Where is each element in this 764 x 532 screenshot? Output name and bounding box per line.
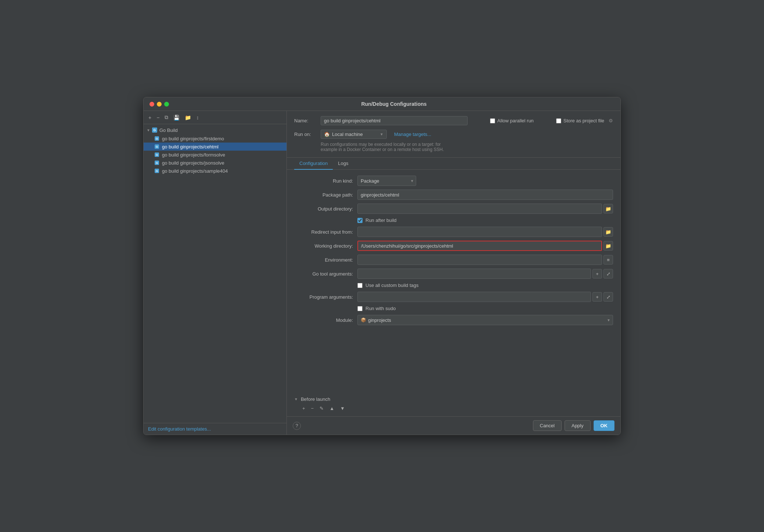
- allow-parallel-checkbox[interactable]: [490, 118, 495, 123]
- title-bar: Run/Debug Configurations: [144, 97, 620, 111]
- folder-config-button[interactable]: 📁: [183, 114, 193, 122]
- before-launch-remove-button[interactable]: −: [309, 405, 316, 412]
- output-directory-input[interactable]: [357, 204, 602, 214]
- sidebar-footer: Edit configuration templates...: [144, 423, 286, 435]
- output-directory-browse-button[interactable]: 📁: [603, 204, 613, 213]
- sidebar-item-formsolve[interactable]: G go build ginprojects/formsolve: [144, 151, 286, 159]
- before-launch-down-button[interactable]: ▼: [338, 405, 347, 412]
- gear-icon[interactable]: ⚙: [609, 118, 613, 123]
- redirect-input-label: Redirect input from:: [294, 229, 353, 235]
- run-kind-select[interactable]: Package File Directory: [357, 176, 416, 186]
- run-with-sudo-label[interactable]: Run with sudo: [365, 306, 396, 311]
- go-tool-args-label: Go tool arguments:: [294, 271, 353, 277]
- before-launch-toolbar: + − ✎ ▲ ▼: [300, 405, 613, 412]
- store-as-project-label[interactable]: Store as project file: [556, 118, 604, 123]
- cancel-button[interactable]: Cancel: [533, 420, 562, 431]
- redirect-input-field[interactable]: [357, 227, 602, 237]
- output-directory-wrapper: 📁: [357, 204, 613, 214]
- sidebar-item-jsonsolve[interactable]: G go build ginprojects/jsonsolve: [144, 159, 286, 167]
- go-tool-args-row: Go tool arguments: + ⤢: [294, 269, 613, 279]
- before-launch-collapse-icon: ▼: [294, 397, 298, 401]
- run-kind-label: Run kind:: [294, 178, 353, 184]
- redirect-input-browse-button[interactable]: 📁: [603, 227, 613, 237]
- program-arguments-add-button[interactable]: +: [592, 292, 602, 302]
- output-directory-row: Output directory: 📁: [294, 204, 613, 214]
- run-on-select[interactable]: 🏠 Local machine ▼: [321, 130, 387, 139]
- working-directory-row: Working directory: 📁: [294, 241, 613, 251]
- sidebar: + − ⧉ 💾 📁 ↕ ▼ G Go Build: [144, 111, 287, 435]
- tab-logs[interactable]: Logs: [333, 158, 353, 170]
- environment-edit-button[interactable]: ≡: [603, 255, 613, 265]
- environment-input[interactable]: [357, 255, 602, 265]
- apply-button[interactable]: Apply: [565, 420, 591, 431]
- name-input[interactable]: [321, 116, 468, 125]
- go-tool-args-input[interactable]: [357, 269, 591, 279]
- before-launch-up-button[interactable]: ▲: [327, 405, 336, 412]
- program-arguments-label: Program arguments:: [294, 294, 353, 300]
- run-on-description: Run configurations may be executed local…: [321, 142, 613, 152]
- go-tool-args-wrapper: + ⤢: [357, 269, 613, 279]
- sidebar-tree: ▼ G Go Build G go build ginprojects/firs…: [144, 124, 286, 423]
- package-path-row: Package path:: [294, 190, 613, 200]
- bottom-right: Cancel Apply OK: [533, 420, 615, 431]
- save-config-button[interactable]: 💾: [172, 114, 181, 122]
- sort-config-button[interactable]: ↕: [194, 114, 201, 122]
- allow-parallel-label[interactable]: Allow parallel run: [490, 118, 534, 123]
- working-directory-input[interactable]: [357, 241, 602, 251]
- program-arguments-input[interactable]: [357, 292, 591, 302]
- module-icon: 📦: [361, 317, 366, 323]
- run-after-build-row: Run after build: [357, 218, 613, 223]
- working-directory-browse-button[interactable]: 📁: [603, 241, 613, 251]
- go-tool-args-expand-button[interactable]: ⤢: [603, 269, 613, 278]
- dialog-title: Run/Debug Configurations: [173, 101, 615, 107]
- sidebar-item-cehtml[interactable]: G go build ginprojects/cehtml: [144, 143, 286, 151]
- minimize-button[interactable]: [157, 102, 162, 107]
- help-button[interactable]: ?: [293, 422, 301, 430]
- group-label: Go Build: [159, 127, 178, 133]
- config-icon-firstdemo: G: [154, 136, 160, 141]
- before-launch-edit-button[interactable]: ✎: [317, 405, 326, 412]
- custom-build-tags-label[interactable]: Use all custom build tags: [365, 283, 419, 288]
- working-directory-wrapper: 📁: [357, 241, 613, 251]
- program-arguments-expand-button[interactable]: ⤢: [603, 292, 613, 302]
- tabs-bar: Configuration Logs: [287, 158, 620, 170]
- close-button[interactable]: [149, 102, 154, 107]
- ok-button[interactable]: OK: [594, 420, 615, 431]
- config-icon-jsonsolve: G: [154, 160, 160, 166]
- run-with-sudo-checkbox[interactable]: [357, 306, 363, 311]
- package-path-input[interactable]: [357, 190, 613, 200]
- name-label: Name:: [294, 118, 316, 123]
- run-after-build-label[interactable]: Run after build: [365, 218, 397, 223]
- copy-config-button[interactable]: ⧉: [163, 113, 170, 122]
- sidebar-item-firstdemo[interactable]: G go build ginprojects/firstdemo: [144, 134, 286, 143]
- add-config-button[interactable]: +: [147, 114, 153, 122]
- go-tool-args-add-button[interactable]: +: [592, 269, 602, 278]
- config-icon-sample404: G: [154, 168, 160, 174]
- tab-configuration[interactable]: Configuration: [294, 158, 333, 170]
- custom-build-tags-row: Use all custom build tags: [357, 283, 613, 288]
- run-on-label: Run on:: [294, 132, 316, 137]
- edit-templates-link[interactable]: Edit configuration templates...: [148, 426, 211, 432]
- module-select[interactable]: 📦 ginprojects ▼: [357, 315, 613, 325]
- before-launch-add-button[interactable]: +: [300, 405, 307, 412]
- main-content: + − ⧉ 💾 📁 ↕ ▼ G Go Build: [144, 111, 620, 435]
- package-path-label: Package path:: [294, 192, 353, 198]
- module-dropdown-arrow-icon: ▼: [607, 318, 610, 322]
- right-panel: Name: Allow parallel run Store as projec…: [287, 111, 620, 435]
- sidebar-group-gobuild[interactable]: ▼ G Go Build: [144, 126, 286, 134]
- run-after-build-checkbox[interactable]: [357, 218, 363, 223]
- before-launch-header[interactable]: ▼ Before launch: [294, 396, 613, 402]
- module-row: Module: 📦 ginprojects ▼: [294, 315, 613, 325]
- before-launch-label: Before launch: [301, 396, 330, 402]
- module-label: Module:: [294, 317, 353, 323]
- manage-targets-link[interactable]: Manage targets...: [394, 132, 431, 137]
- custom-build-tags-checkbox[interactable]: [357, 283, 363, 288]
- run-on-row: Run on: 🏠 Local machine ▼ Manage targets…: [294, 130, 613, 139]
- maximize-button[interactable]: [164, 102, 169, 107]
- config-panel: Run kind: Package File Directory ▼ Packa…: [287, 170, 620, 393]
- program-arguments-wrapper: + ⤢: [357, 292, 613, 302]
- config-icon-formsolve: G: [154, 152, 160, 158]
- store-as-project-checkbox[interactable]: [556, 118, 561, 123]
- sidebar-item-sample404[interactable]: G go build ginprojects/sample404: [144, 167, 286, 175]
- remove-config-button[interactable]: −: [155, 114, 161, 122]
